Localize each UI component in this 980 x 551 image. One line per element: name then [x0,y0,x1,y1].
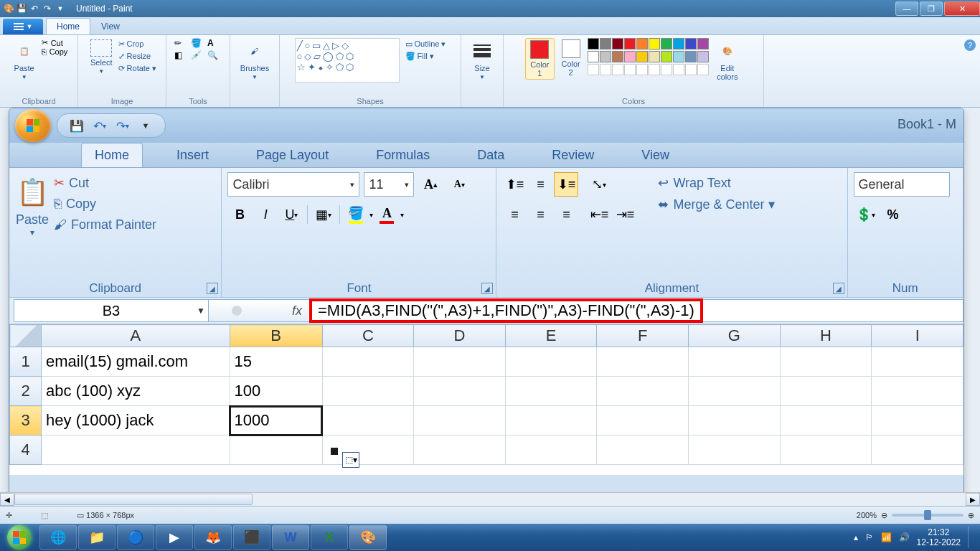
tray-expand-icon[interactable]: ▴ [854,532,858,542]
color-swatch-empty[interactable] [649,64,660,75]
start-button[interactable] [0,524,39,551]
brushes-button[interactable]: 🖌 Brushes ▼ [237,38,272,82]
scroll-thumb[interactable] [14,494,253,505]
increase-indent-button[interactable]: ⇥≡ [613,202,637,227]
select-all-corner[interactable] [10,325,42,347]
qat-save-icon[interactable]: 💾 [16,3,27,14]
orientation-button[interactable]: ⤡▾ [587,172,611,197]
alignment-dialog-launcher[interactable]: ◢ [833,283,844,294]
paint-canvas[interactable]: 💾 ↶▾ ↷▾ ▼ Book1 - M Home Insert Page Lay… [0,108,980,506]
text-tool-icon[interactable]: A [207,38,222,48]
color-swatch-empty[interactable] [673,64,684,75]
col-header-F[interactable]: F [597,325,689,347]
excel-undo-icon[interactable]: ↶▾ [92,118,108,133]
paint-tab-home[interactable]: Home [46,18,90,34]
percent-format-button[interactable]: % [881,202,905,227]
shapes-gallery[interactable]: ╱○▭△▷◇○◇▱◯⬠⬡☆✦⬥✧⬠⬡ [295,38,400,83]
color2-button[interactable]: Color 2 [559,38,583,78]
size-button[interactable]: Size ▼ [468,38,496,82]
shape-outline-button[interactable]: ▭ Outline ▾ [405,38,446,50]
taskbar-word-icon[interactable]: W [272,525,309,550]
taskbar-firefox-icon[interactable]: 🦊 [194,525,232,550]
color-swatch[interactable] [612,51,623,62]
cancel-formula-icon[interactable] [232,306,242,316]
row-header-1[interactable]: 1 [10,347,42,377]
cell-B3[interactable]: 1000 [230,406,322,435]
maximize-button[interactable]: ❐ [920,1,943,16]
color-swatch[interactable] [636,51,648,62]
rotate-button[interactable]: ⟳ Rotate ▾ [118,62,157,75]
color-swatch[interactable] [600,51,611,62]
font-size-combo[interactable]: 11▾ [364,172,414,197]
bold-button[interactable]: B [227,202,252,227]
col-header-B[interactable]: B [230,325,322,347]
align-top-button[interactable]: ⬆≡ [502,172,527,197]
color-swatch[interactable] [685,38,697,50]
color-swatch[interactable] [624,51,636,62]
close-button[interactable]: ✕ [944,1,980,16]
edit-colors-button[interactable]: 🎨 Edit colors [713,38,742,83]
paint-file-menu[interactable]: ▼ [3,19,43,34]
tab-insert[interactable]: Insert [163,143,222,167]
tab-formulas[interactable]: Formulas [362,143,443,167]
tab-data[interactable]: Data [463,143,518,167]
row-header-2[interactable]: 2 [10,377,42,406]
merge-center-button[interactable]: ⬌Merge & Center ▾ [658,194,774,215]
fill-tool-icon[interactable]: 🪣 [191,38,205,48]
taskbar-paint-icon[interactable]: 🎨 [349,525,387,550]
color-swatch[interactable] [697,38,709,50]
col-header-H[interactable]: H [780,325,872,347]
taskbar-clock[interactable]: 21:32 12-12-2022 [917,527,961,547]
color-swatch[interactable] [624,38,636,50]
excel-save-icon[interactable]: 💾 [69,118,85,133]
row-header-4[interactable]: 4 [10,435,42,465]
show-desktop-button[interactable] [968,527,974,548]
excel-paste-button[interactable]: 📋 Paste ▾ [15,172,50,237]
underline-button[interactable]: U▾ [279,202,303,227]
color-swatch-empty[interactable] [697,64,709,75]
tab-view[interactable]: View [628,143,683,167]
color-swatch-empty[interactable] [661,64,672,75]
grow-font-button[interactable]: A▴ [418,172,443,197]
font-name-combo[interactable]: Calibri▾ [227,172,359,197]
picker-tool-icon[interactable]: 💉 [191,50,205,60]
color-swatch[interactable] [673,51,684,62]
col-header-A[interactable]: A [42,325,230,347]
shape-fill-button[interactable]: 🪣 Fill ▾ [405,50,446,62]
qat-customize-icon[interactable]: ▼ [55,3,66,14]
autofill-options-icon[interactable]: ⬚▾ [342,452,359,468]
tray-flag-icon[interactable]: 🏳 [865,532,874,542]
name-box[interactable]: B3 ▼ [14,299,209,322]
align-center-button[interactable]: ≡ [528,202,552,227]
zoom-slider[interactable] [892,514,963,517]
color-swatch[interactable] [612,38,623,50]
color-swatch[interactable] [673,38,684,50]
tray-volume-icon[interactable]: 🔊 [899,532,910,542]
minimize-button[interactable]: — [895,1,918,16]
color-swatch[interactable] [649,38,660,50]
col-header-E[interactable]: E [505,325,597,347]
cell-A3[interactable]: hey (1000) jack [42,406,230,435]
cell-B2[interactable]: 100 [230,377,322,406]
qat-undo-icon[interactable]: ↶ [29,3,40,14]
align-bottom-button[interactable]: ⬇≡ [554,172,578,197]
tab-home[interactable]: Home [81,143,143,167]
paint-hscroll[interactable]: ◀ ▶ [0,492,980,506]
clipboard-dialog-launcher[interactable]: ◢ [207,283,218,294]
col-header-G[interactable]: G [689,325,781,347]
color-swatch-empty[interactable] [685,64,697,75]
tab-page-layout[interactable]: Page Layout [242,143,342,167]
color-swatch-empty[interactable] [600,64,611,75]
color-swatch[interactable] [588,38,599,50]
pencil-tool-icon[interactable]: ✏ [174,38,189,48]
crop-button[interactable]: ✂ Crop [118,38,157,50]
cell-C1[interactable] [322,347,414,377]
zoom-out-button[interactable]: ⊖ [881,511,887,520]
cell-A4[interactable] [42,435,230,465]
formula-input[interactable]: =MID(A3,FIND("(",A3)+1,FIND(")",A3)-FIND… [308,299,963,322]
shrink-font-button[interactable]: A▾ [447,172,471,197]
tab-review[interactable]: Review [538,143,608,167]
tray-network-icon[interactable]: 📶 [881,532,892,542]
eraser-tool-icon[interactable]: ◧ [174,50,189,60]
cell-B4[interactable] [230,435,322,465]
